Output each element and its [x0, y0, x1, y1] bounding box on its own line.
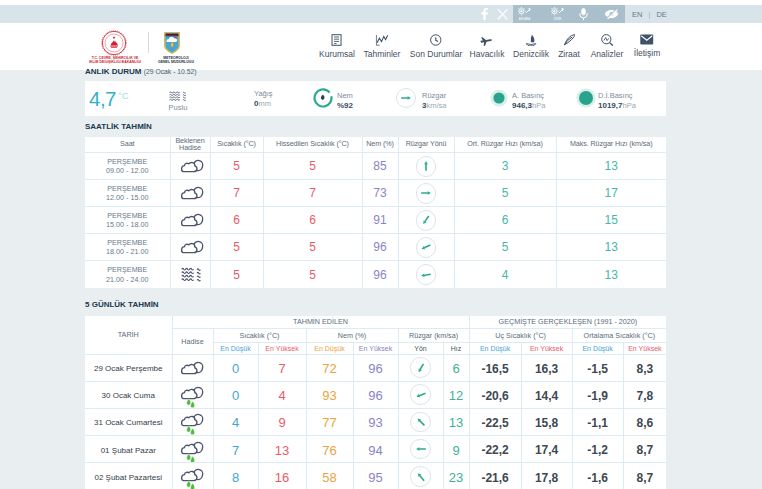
svg-text:METEOROLOJİ: METEOROLOJİ [164, 33, 179, 35]
